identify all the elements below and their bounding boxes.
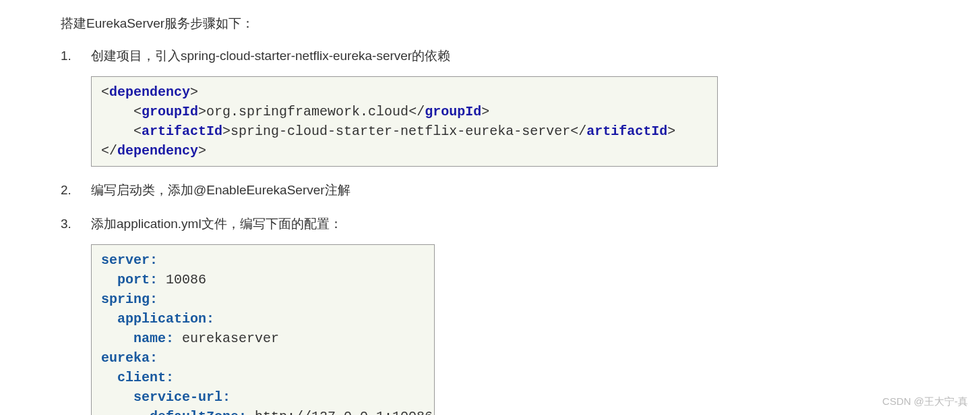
yaml-code-block: server: port: 10086 spring: application:… (91, 244, 435, 415)
yaml-defaultzone-value: http://127.0.0.1:10086/eureka/ (247, 409, 435, 415)
tag-artifactid-open: artifactId (142, 123, 222, 139)
artifactid-value: spring-cloud-starter-netflix-eureka-serv… (231, 123, 570, 139)
step-1-text: 创建项目，引入spring-cloud-starter-netflix-eure… (91, 49, 450, 63)
yaml-port-value: 10086 (158, 272, 206, 287)
yaml-eureka: eureka: (101, 350, 158, 366)
step-3-text: 添加application.yml文件，编写下面的配置： (91, 217, 342, 231)
step-2-text: 编写启动类，添加@EnableEurekaServer注解 (91, 183, 350, 197)
tag-artifactid-close: artifactId (586, 123, 667, 139)
intro-text: 搭建EurekaServer服务步骤如下： (61, 13, 919, 34)
groupid-value: org.springframework.cloud (206, 104, 408, 119)
step-1: 创建项目，引入spring-cloud-starter-netflix-eure… (61, 46, 919, 166)
xml-code-block: <dependency> <groupId>org.springframewor… (91, 76, 718, 167)
tag-groupid-open: groupId (142, 104, 198, 119)
yaml-spring: spring: (101, 292, 158, 307)
yaml-defaultzone-key: defaultZone: (150, 409, 247, 415)
yaml-application: application: (117, 311, 214, 327)
step-2: 编写启动类，添加@EnableEurekaServer注解 (61, 180, 919, 200)
step-3: 添加application.yml文件，编写下面的配置： server: por… (61, 214, 919, 415)
yaml-server: server: (101, 252, 158, 268)
yaml-client: client: (117, 370, 174, 385)
yaml-service-url: service-url: (133, 389, 231, 405)
tag-dependency-close: dependency (117, 143, 198, 159)
tag-groupid-close: groupId (425, 104, 481, 119)
steps-list: 创建项目，引入spring-cloud-starter-netflix-eure… (61, 46, 919, 415)
yaml-name-value: eurekaserver (174, 331, 279, 346)
watermark: CSDN @王大宁-真 (882, 393, 968, 410)
yaml-port-key: port: (117, 272, 158, 287)
tag-dependency-open: dependency (109, 84, 190, 100)
yaml-name-key: name: (133, 331, 174, 346)
